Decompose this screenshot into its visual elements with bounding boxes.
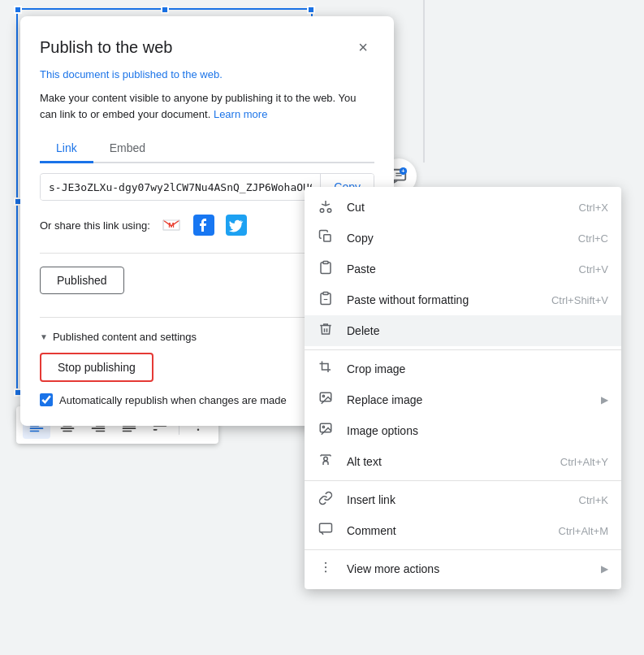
copy-shortcut: Ctrl+C [578,232,608,245]
image-options-label: Image options [347,424,608,437]
crop-icon [318,360,334,378]
alt-text-label: Alt text [347,455,547,468]
menu-item-insert-link[interactable]: Insert link Ctrl+K [305,484,621,515]
section-arrow: ▼ [40,332,48,341]
alt-text-shortcut: Ctrl+Alt+Y [560,456,608,468]
menu-divider-1 [305,349,621,350]
svg-rect-24 [320,523,332,532]
menu-item-alt-text[interactable]: Alt text Ctrl+Alt+Y [305,446,621,477]
svg-rect-12 [324,235,331,241]
comment-shortcut: Ctrl+Alt+M [559,525,608,537]
published-status-button[interactable]: Published [40,267,124,294]
vertical-guide-line [423,0,425,163]
svg-rect-32 [30,431,40,432]
svg-point-26 [325,566,326,568]
learn-more-link[interactable]: Learn more [214,108,267,120]
paste-label: Paste [347,262,566,275]
context-menu: Cut Ctrl+X Copy Ctrl+C Paste Ctrl+V [305,187,621,589]
svg-rect-13 [323,262,328,264]
menu-divider-3 [305,549,621,550]
svg-point-27 [325,570,326,572]
svg-point-25 [325,562,326,564]
comment-label: Comment [347,524,546,537]
replace-image-icon [318,391,334,409]
paste-shortcut: Ctrl+V [579,263,608,275]
crop-label: Crop image [347,362,608,375]
insert-link-shortcut: Ctrl+K [579,494,608,506]
svg-point-17 [322,395,324,397]
svg-text:M: M [168,221,175,229]
insert-link-icon [318,491,334,509]
svg-point-53 [197,429,200,432]
tabs-container: Link Embed [40,135,374,163]
image-options-icon [318,422,334,440]
republish-label: Automatically republish when changes are… [59,394,287,406]
handle-top-left[interactable] [14,6,22,14]
menu-item-comment[interactable]: Comment Ctrl+Alt+M [305,515,621,546]
menu-item-delete[interactable]: Delete [305,315,621,346]
paste-no-format-icon [318,291,334,309]
svg-rect-50 [153,429,158,431]
share-label: Or share this link using: [40,219,150,232]
document-background: + Publish to the web × This document is … [0,0,644,655]
handle-top-middle[interactable] [161,6,169,14]
comment-icon [318,522,334,540]
menu-item-more-actions[interactable]: View more actions ▶ [305,553,621,584]
replace-image-label: Replace image [347,393,588,406]
svg-point-19 [322,426,324,427]
svg-rect-42 [96,431,106,432]
svg-rect-37 [63,431,72,432]
svg-point-11 [327,209,331,213]
dialog-header: Publish to the web × [40,36,374,59]
svg-rect-41 [92,427,106,429]
gmail-share-icon[interactable]: M [160,214,183,236]
paste-no-format-label: Paste without formatting [347,293,538,306]
delete-icon [318,322,334,340]
tab-embed[interactable]: Embed [93,135,162,163]
svg-rect-36 [61,427,75,429]
paste-icon [318,260,334,278]
paste-no-format-shortcut: Ctrl+Shift+V [551,294,608,306]
dialog-close-button[interactable]: × [352,36,374,59]
delete-label: Delete [347,324,595,337]
twitter-share-icon[interactable] [225,214,248,236]
menu-item-paste[interactable]: Paste Ctrl+V [305,254,621,284]
stop-publishing-button[interactable]: Stop publishing [40,353,153,382]
menu-item-cut[interactable]: Cut Ctrl+X [305,192,621,223]
svg-rect-46 [123,427,136,429]
svg-rect-47 [123,431,132,432]
section-label: Published content and settings [53,331,197,343]
cut-label: Cut [347,201,566,214]
menu-item-image-options[interactable]: Image options [305,415,621,446]
alt-text-icon [318,453,334,471]
svg-point-20 [324,457,328,461]
menu-item-paste-no-format[interactable]: Paste without formatting Ctrl+Shift+V [305,284,621,315]
menu-item-crop[interactable]: Crop image [305,354,621,384]
more-actions-arrow: ▶ [601,563,608,575]
dialog-description: Make your content visible to anyone by p… [40,90,374,122]
cut-icon [318,198,334,216]
more-actions-label: View more actions [347,562,588,575]
republish-checkbox[interactable] [40,393,53,406]
copy-icon [318,229,334,247]
link-input[interactable] [41,175,320,200]
menu-item-copy[interactable]: Copy Ctrl+C [305,223,621,254]
menu-divider-2 [305,480,621,481]
facebook-share-icon[interactable] [192,214,215,236]
copy-label: Copy [347,232,565,245]
svg-text:+: + [401,167,404,175]
svg-rect-14 [323,293,328,295]
menu-item-replace-image[interactable]: Replace image ▶ [305,384,621,415]
insert-link-label: Insert link [347,493,566,506]
svg-rect-31 [30,427,44,429]
dialog-title: Publish to the web [40,38,172,57]
tab-link[interactable]: Link [40,135,93,163]
svg-point-10 [320,209,324,213]
cut-shortcut: Ctrl+X [579,202,608,214]
published-notice: This document is published to the web. [40,68,374,80]
replace-image-arrow: ▶ [601,394,608,406]
more-actions-icon [318,560,334,578]
handle-top-right[interactable] [307,6,315,14]
